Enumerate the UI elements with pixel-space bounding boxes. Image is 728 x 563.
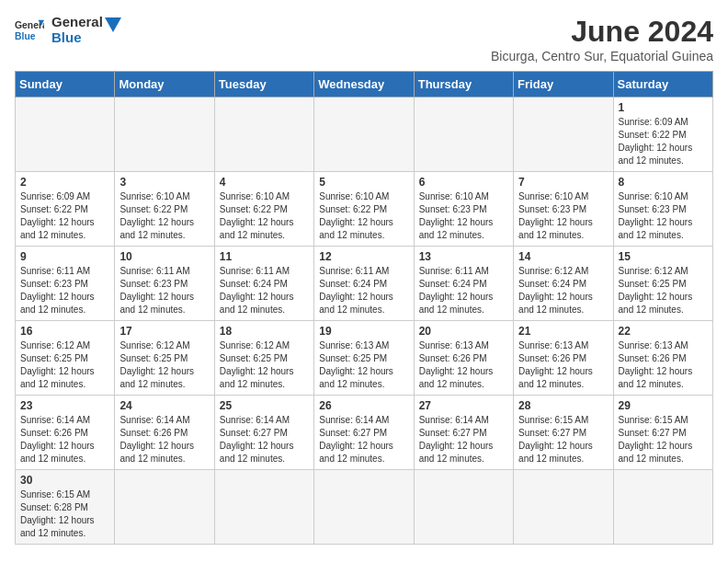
day-number: 8 — [619, 176, 708, 189]
calendar-cell — [613, 470, 712, 545]
day-info: Sunrise: 6:14 AM Sunset: 6:26 PM Dayligh… — [20, 414, 109, 465]
calendar-cell — [115, 98, 214, 172]
day-number: 4 — [220, 176, 309, 189]
day-info: Sunrise: 6:11 AM Sunset: 6:23 PM Dayligh… — [119, 265, 209, 316]
header: General Blue General Blue June 2024 Bicu… — [15, 15, 713, 63]
day-number: 11 — [220, 250, 309, 263]
calendar-cell: 14Sunrise: 6:12 AM Sunset: 6:24 PM Dayli… — [514, 247, 613, 321]
calendar-cell: 4Sunrise: 6:10 AM Sunset: 6:22 PM Daylig… — [214, 172, 313, 247]
calendar-cell: 2Sunrise: 6:09 AM Sunset: 6:22 PM Daylig… — [16, 172, 115, 247]
calendar-cell: 30Sunrise: 6:15 AM Sunset: 6:28 PM Dayli… — [16, 470, 115, 545]
day-number: 5 — [319, 176, 408, 189]
calendar-cell — [214, 470, 313, 545]
calendar-cell: 17Sunrise: 6:12 AM Sunset: 6:25 PM Dayli… — [115, 321, 214, 396]
day-number: 10 — [119, 250, 209, 263]
week-row-2: 2Sunrise: 6:09 AM Sunset: 6:22 PM Daylig… — [16, 172, 713, 247]
calendar-cell: 29Sunrise: 6:15 AM Sunset: 6:27 PM Dayli… — [613, 396, 712, 470]
day-info: Sunrise: 6:13 AM Sunset: 6:26 PM Dayligh… — [518, 339, 608, 391]
title-block: June 2024 Bicurga, Centro Sur, Equatoria… — [491, 15, 713, 63]
calendar-cell: 7Sunrise: 6:10 AM Sunset: 6:23 PM Daylig… — [514, 172, 613, 247]
day-info: Sunrise: 6:11 AM Sunset: 6:24 PM Dayligh… — [419, 265, 508, 316]
day-info: Sunrise: 6:11 AM Sunset: 6:23 PM Dayligh… — [20, 265, 109, 316]
calendar-cell: 19Sunrise: 6:13 AM Sunset: 6:25 PM Dayli… — [314, 321, 414, 396]
day-info: Sunrise: 6:10 AM Sunset: 6:23 PM Dayligh… — [419, 190, 508, 242]
day-info: Sunrise: 6:10 AM Sunset: 6:22 PM Dayligh… — [220, 190, 309, 242]
day-info: Sunrise: 6:14 AM Sunset: 6:26 PM Dayligh… — [119, 414, 209, 465]
calendar-cell: 20Sunrise: 6:13 AM Sunset: 6:26 PM Dayli… — [414, 321, 513, 396]
day-number: 27 — [419, 399, 508, 412]
day-number: 12 — [319, 250, 408, 263]
calendar-cell: 25Sunrise: 6:14 AM Sunset: 6:27 PM Dayli… — [214, 396, 313, 470]
day-number: 23 — [20, 399, 109, 412]
calendar-cell: 10Sunrise: 6:11 AM Sunset: 6:23 PM Dayli… — [115, 247, 214, 321]
day-info: Sunrise: 6:12 AM Sunset: 6:25 PM Dayligh… — [20, 339, 109, 391]
day-number: 26 — [319, 399, 408, 412]
day-info: Sunrise: 6:13 AM Sunset: 6:26 PM Dayligh… — [419, 339, 508, 391]
svg-marker-3 — [105, 17, 121, 32]
day-number: 18 — [220, 325, 309, 338]
week-row-1: 1Sunrise: 6:09 AM Sunset: 6:22 PM Daylig… — [16, 98, 713, 172]
calendar-cell: 15Sunrise: 6:12 AM Sunset: 6:25 PM Dayli… — [613, 247, 712, 321]
day-info: Sunrise: 6:10 AM Sunset: 6:22 PM Dayligh… — [319, 190, 408, 242]
week-row-6: 30Sunrise: 6:15 AM Sunset: 6:28 PM Dayli… — [16, 470, 713, 545]
day-info: Sunrise: 6:11 AM Sunset: 6:24 PM Dayligh… — [319, 265, 408, 316]
logo-triangle-icon — [105, 14, 121, 40]
week-row-5: 23Sunrise: 6:14 AM Sunset: 6:26 PM Dayli… — [16, 396, 713, 470]
day-number: 30 — [20, 474, 109, 487]
calendar-cell: 18Sunrise: 6:12 AM Sunset: 6:25 PM Dayli… — [214, 321, 313, 396]
calendar-cell: 8Sunrise: 6:10 AM Sunset: 6:23 PM Daylig… — [613, 172, 712, 247]
day-info: Sunrise: 6:14 AM Sunset: 6:27 PM Dayligh… — [319, 414, 408, 465]
day-info: Sunrise: 6:10 AM Sunset: 6:22 PM Dayligh… — [119, 190, 209, 242]
day-number: 2 — [20, 176, 109, 189]
logo-icon: General Blue — [15, 16, 44, 45]
calendar-cell: 24Sunrise: 6:14 AM Sunset: 6:26 PM Dayli… — [115, 396, 214, 470]
logo-blue: Blue — [51, 30, 103, 46]
day-number: 28 — [518, 399, 608, 412]
calendar-subtitle: Bicurga, Centro Sur, Equatorial Guinea — [491, 49, 713, 63]
day-number: 19 — [319, 325, 408, 338]
svg-text:Blue: Blue — [15, 30, 36, 40]
calendar-cell: 16Sunrise: 6:12 AM Sunset: 6:25 PM Dayli… — [16, 321, 115, 396]
day-info: Sunrise: 6:15 AM Sunset: 6:27 PM Dayligh… — [518, 414, 608, 465]
day-info: Sunrise: 6:10 AM Sunset: 6:23 PM Dayligh… — [619, 190, 708, 242]
day-number: 14 — [518, 250, 608, 263]
header-row: SundayMondayTuesdayWednesdayThursdayFrid… — [16, 72, 713, 98]
calendar-title: June 2024 — [491, 15, 713, 49]
day-info: Sunrise: 6:09 AM Sunset: 6:22 PM Dayligh… — [20, 190, 109, 242]
col-header-saturday: Saturday — [613, 72, 712, 98]
calendar-cell: 5Sunrise: 6:10 AM Sunset: 6:22 PM Daylig… — [314, 172, 414, 247]
day-number: 13 — [419, 250, 508, 263]
day-info: Sunrise: 6:12 AM Sunset: 6:24 PM Dayligh… — [518, 265, 608, 316]
calendar-table: SundayMondayTuesdayWednesdayThursdayFrid… — [15, 71, 713, 545]
calendar-cell: 1Sunrise: 6:09 AM Sunset: 6:22 PM Daylig… — [613, 98, 712, 172]
day-info: Sunrise: 6:15 AM Sunset: 6:27 PM Dayligh… — [619, 414, 708, 465]
day-number: 16 — [20, 325, 109, 338]
day-number: 25 — [220, 399, 309, 412]
day-number: 9 — [20, 250, 109, 263]
calendar-cell: 21Sunrise: 6:13 AM Sunset: 6:26 PM Dayli… — [514, 321, 613, 396]
calendar-cell — [514, 470, 613, 545]
calendar-cell — [115, 470, 214, 545]
day-number: 21 — [518, 325, 608, 338]
day-info: Sunrise: 6:13 AM Sunset: 6:26 PM Dayligh… — [619, 339, 708, 391]
calendar-cell — [314, 470, 414, 545]
calendar-cell — [314, 98, 414, 172]
day-number: 22 — [619, 325, 708, 338]
calendar-cell: 11Sunrise: 6:11 AM Sunset: 6:24 PM Dayli… — [214, 247, 313, 321]
day-info: Sunrise: 6:14 AM Sunset: 6:27 PM Dayligh… — [220, 414, 309, 465]
day-number: 15 — [619, 250, 708, 263]
calendar-cell — [414, 470, 513, 545]
calendar-cell: 3Sunrise: 6:10 AM Sunset: 6:22 PM Daylig… — [115, 172, 214, 247]
col-header-monday: Monday — [115, 72, 214, 98]
day-info: Sunrise: 6:15 AM Sunset: 6:28 PM Dayligh… — [20, 488, 109, 540]
day-info: Sunrise: 6:10 AM Sunset: 6:23 PM Dayligh… — [518, 190, 608, 242]
day-info: Sunrise: 6:12 AM Sunset: 6:25 PM Dayligh… — [619, 265, 708, 316]
logo: General Blue General Blue — [15, 15, 121, 45]
calendar-cell — [514, 98, 613, 172]
day-info: Sunrise: 6:11 AM Sunset: 6:24 PM Dayligh… — [220, 265, 309, 316]
calendar-cell — [414, 98, 513, 172]
week-row-4: 16Sunrise: 6:12 AM Sunset: 6:25 PM Dayli… — [16, 321, 713, 396]
calendar-cell — [16, 98, 115, 172]
day-number: 3 — [119, 176, 209, 189]
day-number: 1 — [619, 101, 708, 114]
